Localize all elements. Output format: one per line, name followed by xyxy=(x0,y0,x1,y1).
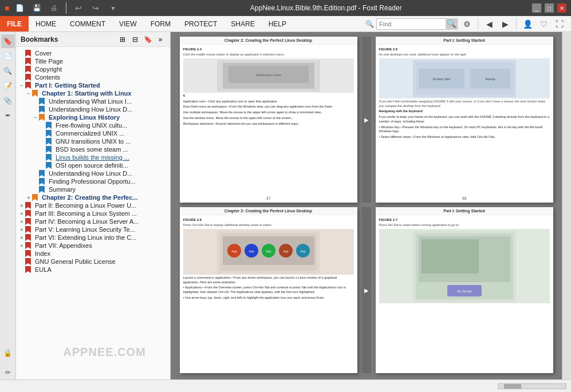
settings-btn[interactable]: ⚙ xyxy=(460,17,474,31)
page1-text5: Workspace selections. Several selections… xyxy=(183,122,354,126)
bm-finding[interactable]: Finding Professional Opportu... xyxy=(16,177,170,185)
titlebar-controls: _ □ ✕ xyxy=(532,3,566,13)
svg-text:Application View: Application View xyxy=(256,73,282,77)
pdf-page-1: Chapter 2: Creating the Perfect Linux De… xyxy=(180,37,357,203)
bm-gnu[interactable]: GNU transitions UNIX to ... xyxy=(16,137,170,145)
sidebar-expand-all[interactable]: ⊞ xyxy=(117,34,128,45)
page3-figure-svg: App App App App App xyxy=(217,231,320,274)
prev-page-btn[interactable]: ◀ xyxy=(482,17,496,31)
panel-sign-icon[interactable]: ✒ xyxy=(1,109,15,122)
search-input[interactable] xyxy=(377,21,446,27)
page4-header: Part I: Getting Started xyxy=(376,207,553,215)
sidebar-header: Bookmarks ⊞ ⊟ 🔖 » xyxy=(16,32,170,47)
quick-access-sep xyxy=(66,2,66,14)
statusbar-scrollbar[interactable] xyxy=(498,383,566,389)
bm-part1[interactable]: − Part I: Getting Started xyxy=(16,81,170,89)
user-btn[interactable]: 👤 xyxy=(521,17,534,31)
heart-btn[interactable]: ♡ xyxy=(537,17,550,31)
quick-access-print[interactable]: 🖨 xyxy=(47,1,61,15)
menu-home[interactable]: HOME xyxy=(29,16,63,31)
redo-btn[interactable]: ↪ xyxy=(89,1,103,15)
bm-part7[interactable]: + Part VII: Appendixes xyxy=(16,241,170,250)
next-page-btn[interactable]: ▶ xyxy=(498,17,512,31)
page1-figure: FIGURE 2.4 xyxy=(183,47,354,52)
bm-cover[interactable]: Cover xyxy=(16,49,170,57)
page2-num: 38 xyxy=(462,196,467,200)
bm-part4[interactable]: + Part IV: Becoming a Linux Server A... xyxy=(16,217,170,225)
menu-help[interactable]: HELP xyxy=(262,16,293,31)
bm-understanding2[interactable]: Understanding How Linux D... xyxy=(16,105,170,113)
quick-access-open[interactable]: 📄 xyxy=(13,1,26,15)
svg-text:Desktop View: Desktop View xyxy=(432,77,450,81)
menu-file[interactable]: FILE xyxy=(0,16,29,31)
panel-annot-icon[interactable]: 📝 xyxy=(1,79,15,93)
bm-exploring[interactable]: − Exploring Linux History xyxy=(16,113,170,121)
menu-form[interactable]: FORM xyxy=(144,16,178,31)
menu-protect[interactable]: PROTECT xyxy=(178,16,224,31)
panel-edit-icon[interactable]: ✏ xyxy=(1,366,15,379)
minimize-button[interactable]: _ xyxy=(532,3,541,13)
panel-attach-icon[interactable]: 📎 xyxy=(1,94,15,108)
page1-text3: Use multiple workspaces. Move the mouse … xyxy=(183,110,354,115)
bm-free-flowing[interactable]: Free-flowing UNIX cultu... xyxy=(16,121,170,129)
panel-lock-icon[interactable]: 🔒 xyxy=(1,346,15,360)
undo-btn[interactable]: ↩ xyxy=(72,1,85,15)
quick-access-save[interactable]: 💾 xyxy=(30,1,44,15)
menu-comment[interactable]: COMMENT xyxy=(63,16,112,31)
bm-ch1[interactable]: − Chapter 1: Starting with Linux xyxy=(16,89,170,97)
bm-ch2[interactable]: + Chapter 2: Creating the Perfec... xyxy=(16,193,170,201)
panel-search-icon[interactable]: 🔍 xyxy=(1,64,15,78)
panel-pages-icon[interactable]: 📄 xyxy=(1,49,15,63)
sidebar-bookmark-add[interactable]: 🔖 xyxy=(143,34,153,45)
more-btn[interactable]: ▼ xyxy=(106,1,120,15)
bm-part2[interactable]: + Part II: Becoming a Linux Power U... xyxy=(16,201,170,209)
maximize-button[interactable]: □ xyxy=(545,3,554,13)
bm-contents[interactable]: Contents xyxy=(16,73,170,81)
sidebar-collapse-all[interactable]: ⊟ xyxy=(130,34,140,45)
page1-text1: Application icon—Click any application i… xyxy=(183,100,354,104)
page2-header: Part I: Getting Started xyxy=(376,37,553,45)
page1-caption: Click the middle mouse button to display… xyxy=(183,53,354,57)
page2-text2: If you prefer to keep your hands on the … xyxy=(379,115,550,124)
menu-share[interactable]: SHARE xyxy=(224,16,261,31)
bm-gnu-license[interactable]: GNU General Public License xyxy=(16,258,170,266)
bm-eula[interactable]: EULA xyxy=(16,266,170,274)
sidebar-close[interactable]: » xyxy=(155,34,166,45)
bm-linus[interactable]: Linus builds the missing ... xyxy=(16,153,170,161)
menu-view[interactable]: VIEW xyxy=(112,16,144,31)
page4-caption: Press Alt+Tab to select which running ap… xyxy=(379,223,550,228)
search-submit[interactable]: 🔍 xyxy=(446,18,457,30)
side-panel-icons: 🔖 📄 🔍 📝 📎 ✒ 🔒 ✏ xyxy=(0,32,16,379)
bm-osi[interactable]: OSI open source definiti... xyxy=(16,161,170,169)
bm-title-page[interactable]: Title Page xyxy=(16,57,170,65)
page2-text1: If you don't feel comfortable navigating… xyxy=(379,100,550,108)
bm-understanding3[interactable]: Understanding How Linux D... xyxy=(16,169,170,177)
close-button[interactable]: ✕ xyxy=(557,3,566,13)
svg-text:Settings: Settings xyxy=(485,77,495,81)
sidebar-title: Bookmarks xyxy=(21,35,58,43)
pdf-separator-1[interactable]: ▶ xyxy=(362,37,371,203)
panel-bookmark-icon[interactable]: 🔖 xyxy=(1,34,15,48)
bm-summary[interactable]: Summary xyxy=(16,185,170,193)
bm-part5[interactable]: + Part V: Learning Linux Security Te... xyxy=(16,225,170,233)
right-panel xyxy=(562,32,571,379)
pdf-page-3: Chapter 2: Creating the Perfect Linux De… xyxy=(180,207,357,373)
expand-btn[interactable]: ⛶ xyxy=(553,17,566,31)
bm-index[interactable]: Index xyxy=(16,250,170,258)
bm-part6[interactable]: + Part VI: Extending Linux into the C... xyxy=(16,233,170,241)
page2-figure-svg: Desktop View Settings xyxy=(413,60,516,97)
bm-bsd[interactable]: BSD loses some steam ... xyxy=(16,145,170,153)
page1-text2: Drop Dash icons as workspace—From the Wi… xyxy=(183,105,354,109)
pdf-separator-2[interactable]: ▶ xyxy=(362,207,371,373)
page2-caption: As new desktops are used, additional one… xyxy=(379,53,550,57)
bm-copyright[interactable]: Copyright xyxy=(16,65,170,73)
page3-figure: FIGURE 2.6 xyxy=(183,217,354,222)
svg-text:App: App xyxy=(231,250,237,253)
bm-understanding1[interactable]: Understanding What Linux I... xyxy=(16,97,170,105)
bm-commercialized[interactable]: Commercialized UNIX ... xyxy=(16,129,170,137)
bm-part3[interactable]: + Part III: Becoming a Linux System ... xyxy=(16,209,170,217)
page3-text3: • Use arrow keys (up, down, right, and l… xyxy=(183,296,354,300)
page1-list-intro: 4. xyxy=(183,94,354,98)
svg-text:App: App xyxy=(249,250,254,253)
pdf-viewer[interactable]: Chapter 2: Creating the Perfect Linux De… xyxy=(171,32,562,379)
